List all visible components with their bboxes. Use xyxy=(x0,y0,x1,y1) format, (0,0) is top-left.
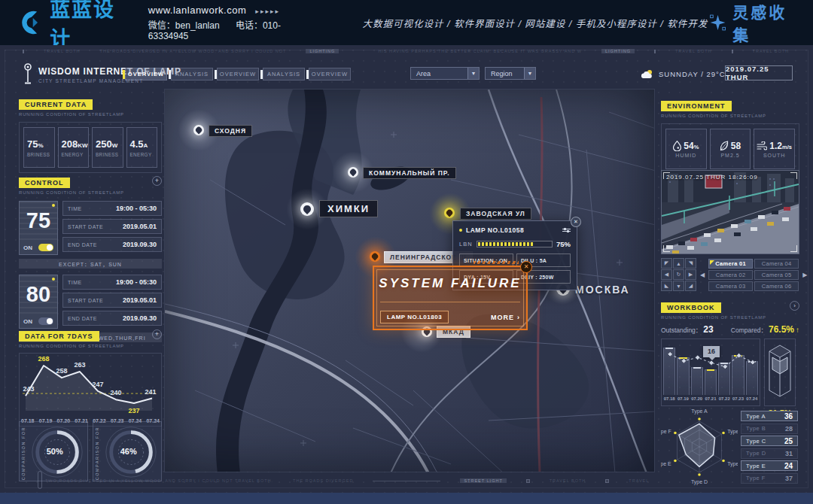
start-date-field[interactable]: START DATE 2019.05.01 xyxy=(62,293,162,308)
area-select[interactable]: Area ▼ xyxy=(410,67,480,80)
camera-01-button[interactable]: Camera 01 xyxy=(708,259,753,269)
region-select-value: Region xyxy=(486,70,524,77)
weather-text: SUNNDAY / 29°C xyxy=(659,70,726,78)
gauge-value: 46% xyxy=(120,447,137,456)
close-icon[interactable]: ✕ xyxy=(571,217,581,227)
sliders-icon[interactable] xyxy=(562,229,571,232)
time-field[interactable]: TIME 19:00 - 05:30 xyxy=(62,275,162,290)
reset-view-button[interactable]: ↻ xyxy=(673,269,684,280)
add-control-button[interactable]: + xyxy=(152,176,162,186)
type-b-row[interactable]: Type B28 xyxy=(741,424,798,434)
type-a-row[interactable]: Type A36 xyxy=(741,411,798,421)
type-list: Type A36 Type B28 Type C25 Type D31 Type… xyxy=(741,411,798,486)
dashboard: TRAVEL BOTH THE ROADS DIVERGED IN A YELL… xyxy=(0,45,813,493)
brightness-value: 80 xyxy=(20,275,57,314)
type-c-row[interactable]: Type C25 xyxy=(741,436,798,446)
power-toggle-off[interactable] xyxy=(38,317,53,325)
bottom-bar xyxy=(0,493,813,504)
pan-right-button[interactable]: ▶ xyxy=(685,269,696,280)
pan-up-left-button[interactable]: ◤ xyxy=(661,258,672,269)
pan-up-button[interactable]: ▲ xyxy=(673,258,684,269)
tab-overview-2[interactable]: OVERVIEW xyxy=(217,68,259,80)
control-panel: CONTROL RUNNING CONDITION OF STREETLAMP … xyxy=(19,175,162,342)
frame-corner xyxy=(790,245,797,252)
lamp-pin-kommunalny[interactable] xyxy=(348,167,358,178)
banner-contact: www.lanlanwork.com ▸▸▸▸▸ 微信：ben_lanlan 电… xyxy=(148,5,318,41)
outstanding-label: Outstanding： xyxy=(661,325,702,334)
expand-chart-button[interactable]: + xyxy=(152,329,162,339)
pan-up-right-button[interactable]: ◥ xyxy=(685,258,696,269)
tab-analysis-2[interactable]: ANALYSIS xyxy=(263,68,305,80)
map-label-moskva: МОСКВА xyxy=(575,284,630,296)
pan-down-right-button[interactable]: ◢ xyxy=(685,281,696,291)
on-label: ON xyxy=(23,318,32,325)
svg-text:268: 268 xyxy=(38,355,49,363)
inspiration-collect[interactable]: 灵感收集 xyxy=(708,0,798,45)
svg-text:240: 240 xyxy=(110,389,121,396)
lamp-pin-skhodnya[interactable] xyxy=(193,125,204,135)
lamp-pin-leningradskoe[interactable] xyxy=(370,251,380,262)
camera-05-button[interactable]: Camera 05 xyxy=(754,270,799,280)
start-date-field[interactable]: START DATE 2019.05.01 xyxy=(62,219,162,234)
camera-02-button[interactable]: Camera 02 xyxy=(708,270,753,280)
checkbox-decoration xyxy=(23,50,24,53)
compared-value: 76.5% xyxy=(769,324,794,335)
camera-controls: ◤ ▲ ◥ ◀ ↻ ▶ ◣ ▼ ◢ ◀ Camera 01 Camera 04 … xyxy=(661,258,799,291)
tab-overview-3[interactable]: OVERVIEW xyxy=(309,68,351,80)
end-date-field[interactable]: END DATE 2019.09.30 xyxy=(62,237,162,252)
lamp-pin-zavodskaya[interactable] xyxy=(444,208,455,218)
gauge-label: COMPARISON FOR xyxy=(95,427,99,480)
divider xyxy=(380,302,520,302)
workbook-bar-chart: 16 07.1807.1907.2007.2107.2207.2307.24 xyxy=(661,339,760,406)
environment-label: ENVIRONMENT xyxy=(661,101,732,111)
checkbox-decoration xyxy=(605,479,609,483)
svg-text:247: 247 xyxy=(92,381,103,388)
stat-briness-pct: 75% BRINESS xyxy=(23,127,55,168)
camera-next-icon[interactable]: ▶ xyxy=(802,272,807,278)
date-display[interactable]: 2019.07.25 THUR xyxy=(725,65,793,80)
current-data-label: CURRENT DATA xyxy=(19,99,93,110)
checkbox-decoration xyxy=(654,50,656,53)
lbn-track xyxy=(477,241,553,247)
type-e-row[interactable]: Type E24 xyxy=(741,460,798,471)
seven-days-chart: 243268258263247240237241 07.1807.1907.20… xyxy=(19,353,162,427)
brand-logo[interactable]: 蓝蓝设计 xyxy=(17,0,129,52)
cube-gauge xyxy=(766,342,793,402)
workbook-label: WORKBOOK xyxy=(661,302,721,313)
close-icon[interactable]: ✕ xyxy=(520,261,532,273)
indicator-dot xyxy=(52,204,55,207)
time-field[interactable]: TIME 19:00 - 05:30 xyxy=(62,201,162,216)
end-date-field[interactable]: END DATE 2019.09.30 xyxy=(62,311,162,326)
up-arrow-icon: ↑ xyxy=(796,326,799,334)
camera-panel: 2019.07.25 THUR 18:26:09 ◤ ▲ ◥ ◀ ↻ ▶ ◣ ▼… xyxy=(661,170,799,291)
panel-subtitle: RUNNING CONDITION OF STREETLAMP xyxy=(661,315,799,320)
power-toggle-on[interactable] xyxy=(38,244,53,251)
leaf-icon xyxy=(720,141,729,151)
pan-left-button[interactable]: ◀ xyxy=(661,269,672,280)
more-button[interactable]: MORE› xyxy=(491,314,520,321)
panel-subtitle: RUNNING CONDITION OF STREETLAMP xyxy=(19,112,162,117)
chevron-right-icon: › xyxy=(517,314,520,321)
pan-down-left-button[interactable]: ◣ xyxy=(661,281,672,291)
city-map[interactable]: СХОДНЯ КОММУНАЛЬНЫЙ ПР. ХИМКИ ЗАВОДСКАЯ … xyxy=(164,89,655,472)
brightness-value: 75 xyxy=(20,202,57,241)
tab-analysis-1[interactable]: ANALYSIS xyxy=(171,68,213,80)
camera-03-button[interactable]: Camera 03 xyxy=(708,281,753,291)
lamp-pin-khimki[interactable] xyxy=(300,202,314,216)
expand-workbook-button[interactable]: › xyxy=(790,301,799,311)
pan-down-button[interactable]: ▼ xyxy=(673,281,684,291)
stat-energy-kw: 208KW ENERGY xyxy=(58,127,90,168)
environment-stats: 54% HUMID 58 PM2.5 xyxy=(661,123,799,175)
camera-06-button[interactable]: Camera 06 xyxy=(754,281,799,291)
collect-label: 灵感收集 xyxy=(732,0,798,45)
svg-text:237: 237 xyxy=(128,407,139,414)
region-select[interactable]: Region ▼ xyxy=(485,67,536,80)
type-d-row[interactable]: Type D31 xyxy=(741,448,798,459)
camera-04-button[interactable]: Camera 04 xyxy=(754,259,799,269)
area-select-value: Area xyxy=(411,70,467,77)
camera-feed[interactable]: 2019.07.25 THUR 18:26:09 xyxy=(661,170,799,254)
website-link[interactable]: www.lanlanwork.com xyxy=(148,5,246,16)
tab-overview-1[interactable]: OVERVIEW xyxy=(125,68,167,80)
camera-prev-icon[interactable]: ◀ xyxy=(700,272,705,278)
x-tick: 07.22 xyxy=(718,396,730,401)
